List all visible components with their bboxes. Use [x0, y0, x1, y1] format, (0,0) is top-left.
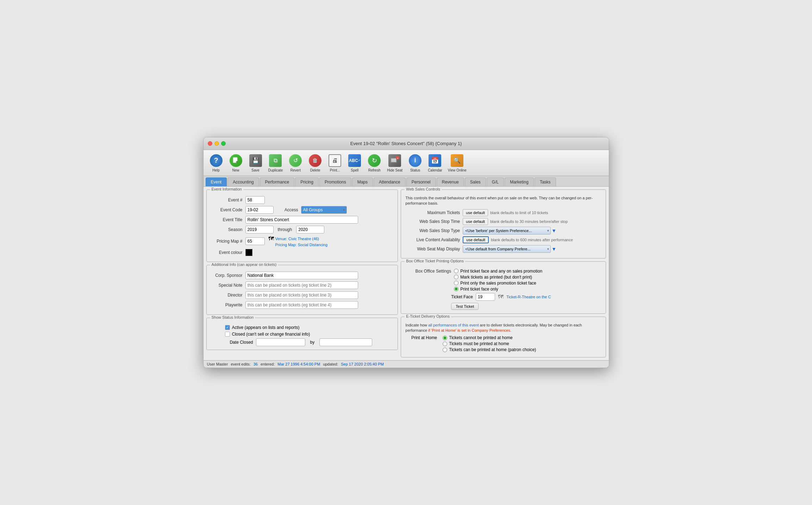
- eticket-option-1[interactable]: Tickets must be printed at home: [443, 341, 536, 346]
- bo-radio-1[interactable]: [454, 275, 458, 279]
- special-note-input[interactable]: [245, 281, 358, 289]
- tab-tasks[interactable]: Tasks: [535, 177, 556, 186]
- access-label: Access: [281, 207, 298, 212]
- refresh-button[interactable]: ↻ Refresh: [365, 152, 383, 174]
- tab-attendance[interactable]: Attendance: [374, 177, 406, 186]
- event-code-input[interactable]: [245, 206, 274, 214]
- web-sales-section: Web Sales Controls This controls the ove…: [401, 189, 606, 258]
- by-label: by: [310, 340, 315, 345]
- view-online-icon: 🔍: [450, 154, 464, 168]
- venue-link[interactable]: Venue: Civic Theatre (46): [275, 237, 319, 241]
- playwrite-input[interactable]: [245, 301, 358, 309]
- minimize-button[interactable]: [214, 141, 219, 146]
- max-tickets-row: Maximum Tickets use default blank defaul…: [405, 209, 601, 216]
- director-input[interactable]: [245, 291, 358, 299]
- hide-seat-button[interactable]: × Hide Seat: [385, 152, 405, 174]
- season-from-input[interactable]: [245, 226, 274, 233]
- bo-radio-0[interactable]: [454, 269, 458, 273]
- tab-event[interactable]: Event: [206, 177, 227, 186]
- pricing-map-input[interactable]: [245, 237, 265, 245]
- corp-sponsor-input[interactable]: [245, 272, 358, 279]
- eticket-section: E-Ticket Delivery Options Indicate how a…: [401, 317, 606, 358]
- ticket-face-input[interactable]: [476, 293, 495, 301]
- delete-icon: 🗑: [308, 154, 322, 168]
- bo-option-2[interactable]: Print only the sales promotion ticket fa…: [454, 281, 542, 286]
- event-title-label: Event Title: [211, 217, 243, 222]
- bo-option-0[interactable]: Print ticket face and any on sales promo…: [454, 269, 542, 274]
- window-title: Event 19-02 "Rollin' Stones Concert" (58…: [350, 141, 462, 146]
- active-row: ✓ Active (appears on lists and reports): [225, 325, 394, 330]
- eticket-radio-1[interactable]: [443, 342, 447, 346]
- bo-radio-2[interactable]: [454, 281, 458, 285]
- status-icon: i: [408, 154, 422, 168]
- revert-label: Revert: [290, 168, 300, 172]
- bo-radio-3[interactable]: [454, 287, 458, 291]
- max-tickets-btn[interactable]: use default: [463, 209, 488, 216]
- eticket-desc-part1: Indicate how: [405, 323, 428, 327]
- closed-checkbox[interactable]: [225, 332, 230, 337]
- status-button[interactable]: i Status: [406, 152, 424, 174]
- print-button[interactable]: 🖨 Print...: [326, 152, 344, 174]
- bo-option-3[interactable]: Print ticket face only: [454, 287, 542, 292]
- traffic-lights: [208, 141, 226, 146]
- active-checkbox[interactable]: ✓: [225, 325, 230, 330]
- seat-map-row: Web Seat Map Display <Use default from C…: [405, 245, 601, 253]
- max-tickets-note: blank defaults to limit of 10 tickets: [490, 211, 548, 215]
- pricing-link[interactable]: Pricing Map: Social Distancing: [275, 243, 328, 247]
- help-button[interactable]: ? Help: [207, 152, 225, 174]
- event-colour-label: Event colour: [211, 250, 243, 255]
- tab-accounting[interactable]: Accounting: [227, 177, 259, 186]
- tab-pricing[interactable]: Pricing: [295, 177, 319, 186]
- season-to-input[interactable]: [296, 226, 324, 233]
- tab-sales[interactable]: Sales: [465, 177, 486, 186]
- save-button[interactable]: 💾 Save: [246, 152, 265, 174]
- eticket-radio-0[interactable]: [443, 336, 447, 340]
- new-button[interactable]: New: [227, 152, 245, 174]
- delete-button[interactable]: 🗑 Delete: [306, 152, 324, 174]
- event-num-input[interactable]: [245, 196, 265, 204]
- eticket-option-0-label: Tickets cannot be printed at home: [449, 335, 512, 340]
- event-title-input[interactable]: [245, 216, 358, 224]
- maximize-button[interactable]: [221, 141, 226, 146]
- closed-by-input[interactable]: [319, 338, 372, 346]
- delete-label: Delete: [310, 168, 320, 172]
- calendar-button[interactable]: 📅 Calendar: [426, 152, 444, 174]
- test-ticket-button[interactable]: Test Ticket: [451, 303, 479, 310]
- view-online-button[interactable]: 🔍 View Online: [446, 152, 469, 174]
- seat-map-dropdown-icon[interactable]: ▼: [551, 246, 556, 252]
- ticket-face-link[interactable]: Ticket-R-Theatre on the C: [506, 295, 551, 299]
- stop-time-btn[interactable]: use default: [463, 218, 488, 225]
- stop-type-dropdown-icon[interactable]: ▼: [551, 228, 556, 233]
- new-icon: [229, 154, 243, 168]
- revert-button[interactable]: ↺ Revert: [286, 152, 305, 174]
- eticket-link[interactable]: all performances of this event: [428, 323, 479, 327]
- date-closed-label: Date Closed: [225, 340, 253, 345]
- refresh-icon: ↻: [367, 154, 381, 168]
- live-content-btn[interactable]: use default: [463, 236, 489, 243]
- access-select[interactable]: All Groups: [301, 206, 347, 214]
- eticket-radio-2[interactable]: [443, 348, 447, 352]
- stop-type-select[interactable]: <Use 'before' per System Preference...: [463, 227, 551, 235]
- tab-revenue[interactable]: Revenue: [437, 177, 464, 186]
- spell-button[interactable]: ABC✓ Spell: [345, 152, 364, 174]
- duplicate-button[interactable]: ⧉ Duplicate: [266, 152, 285, 174]
- left-panel: Event Information Event # Event Code Acc…: [206, 189, 398, 358]
- eticket-option-2[interactable]: Tickets can be printed at home (patron c…: [443, 347, 536, 352]
- bo-option-1[interactable]: Mark tickets as printed (but don't print…: [454, 275, 542, 280]
- bo-option-0-label: Print ticket face and any on sales promo…: [460, 269, 542, 274]
- seat-map-select[interactable]: <Use default from Company Prefere...: [463, 245, 551, 253]
- date-closed-input[interactable]: [256, 338, 305, 346]
- tab-personnel[interactable]: Personnel: [406, 177, 436, 186]
- tab-gl[interactable]: G/L: [487, 177, 504, 186]
- director-label: Director: [211, 293, 243, 298]
- eticket-option-0[interactable]: Tickets cannot be printed at home: [443, 335, 536, 340]
- box-office-settings-label: Box Office Settings: [405, 269, 451, 274]
- tab-promotions[interactable]: Promotions: [319, 177, 351, 186]
- eticket-radio-group: Tickets cannot be printed at home Ticket…: [443, 335, 536, 352]
- tab-performance[interactable]: Performance: [260, 177, 295, 186]
- tab-marketing[interactable]: Marketing: [505, 177, 534, 186]
- event-colour-swatch[interactable]: [245, 249, 252, 256]
- tab-maps[interactable]: Maps: [352, 177, 373, 186]
- web-sales-description: This controls the overall behaviour of t…: [405, 195, 601, 206]
- close-button[interactable]: [208, 141, 212, 146]
